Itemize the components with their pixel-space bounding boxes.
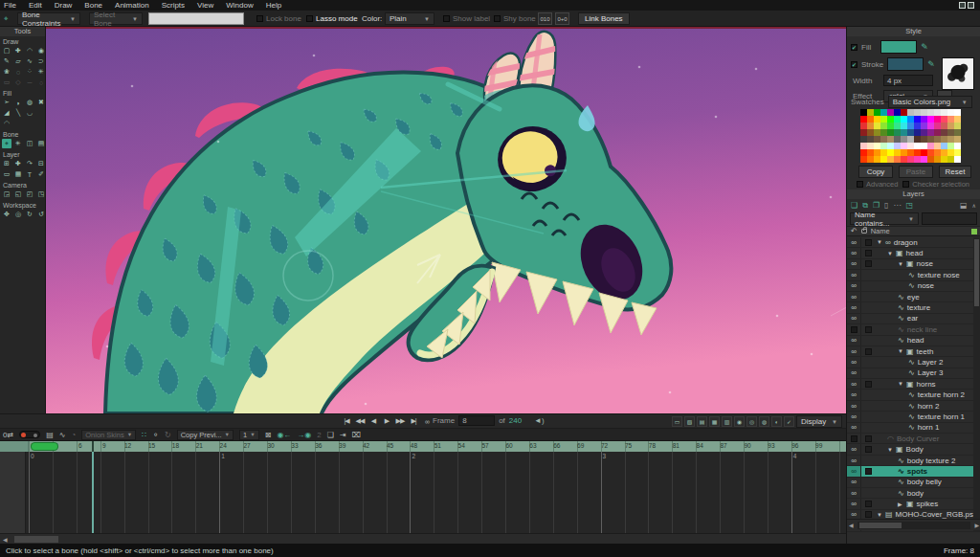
layer-option-box[interactable]	[861, 456, 875, 465]
draw-tool-icon[interactable]: ⊃	[36, 56, 46, 66]
palette-swatch[interactable]	[954, 123, 961, 129]
palette-swatch[interactable]	[874, 156, 880, 163]
palette-swatch[interactable]	[867, 109, 874, 116]
layer-row-head[interactable]: ∞▼▣head	[847, 248, 974, 258]
palette-swatch[interactable]	[927, 143, 934, 149]
copy-previous-dropdown[interactable]: Copy Previ...▼	[177, 430, 234, 440]
palette-swatch[interactable]	[894, 116, 901, 123]
palette-swatch[interactable]	[867, 143, 874, 149]
brush-preview[interactable]	[942, 57, 974, 90]
layer-tool-icon[interactable]: ✐	[36, 169, 46, 179]
link-bones-button[interactable]: Link Bones	[578, 12, 630, 25]
palette-swatch[interactable]	[947, 143, 954, 149]
palette-swatch[interactable]	[894, 136, 901, 143]
wrap-mode-icon[interactable]: ◔	[71, 431, 76, 439]
timeline-horizontal-scrollbar[interactable]: ◀	[0, 533, 846, 544]
draw-tool-icon[interactable]: ❀	[2, 67, 11, 77]
next-keyframe-button[interactable]: ▶|	[408, 415, 419, 427]
palette-swatch[interactable]	[927, 123, 934, 129]
reference-layer-icon[interactable]: ◳	[905, 201, 913, 210]
palette-swatch[interactable]	[901, 143, 907, 149]
fill-checkbox[interactable]: ✔	[851, 44, 858, 51]
layer-row-body-curver[interactable]: ◠Body Curver	[847, 434, 974, 444]
flip-bone-h-icon[interactable]: 010	[538, 12, 552, 25]
palette-swatch[interactable]	[874, 116, 880, 123]
layer-row-texture-horn-1[interactable]: ∞∿texture horn 1	[847, 412, 974, 422]
palette-swatch[interactable]	[887, 109, 894, 116]
layer-row-texture-horn-2[interactable]: ∞∿texture horn 2	[847, 390, 974, 400]
palette-swatch[interactable]	[947, 123, 954, 129]
palette-swatch[interactable]	[907, 136, 914, 143]
prev-key-nav-icon[interactable]: ◉←	[277, 431, 291, 439]
layer-row-nose[interactable]: ∞∿nose	[847, 281, 974, 292]
layer-tool-icon[interactable]: ⊞	[2, 159, 11, 168]
draw-tool-icon[interactable]: ∿	[25, 56, 34, 66]
fill-tool-icon[interactable]: ➣	[2, 98, 11, 107]
layer-option-box[interactable]	[861, 423, 875, 433]
layer-row-body[interactable]: ∞▼▣Body	[847, 444, 974, 455]
palette-swatch[interactable]	[927, 109, 934, 116]
palette-swatch[interactable]	[927, 156, 934, 163]
bone-tool-icon[interactable]: ✳	[13, 139, 23, 148]
layer-row-horn-1[interactable]: ∞∿horn 1	[847, 423, 974, 434]
playhead-handle[interactable]	[92, 441, 94, 452]
palette-swatch[interactable]	[867, 116, 874, 123]
paste-style-button[interactable]: Paste	[899, 166, 933, 178]
display-mode-icon[interactable]: ◉	[734, 416, 745, 427]
palette-swatch[interactable]	[927, 149, 934, 156]
copy-style-button[interactable]: Copy	[858, 166, 893, 178]
workspace-tool-icon[interactable]: ◎	[13, 210, 23, 219]
camera-tool-icon[interactable]: ◲	[2, 189, 11, 199]
layer-tool-icon[interactable]: ▦	[13, 169, 23, 179]
palette-swatch[interactable]	[947, 136, 954, 143]
shy-bone-checkbox[interactable]: Shy bone	[494, 12, 536, 25]
visibility-icon[interactable]: ∞	[847, 357, 861, 367]
visibility-icon[interactable]: ∞	[847, 281, 861, 291]
fill-tool-icon[interactable]: ◢	[2, 108, 11, 118]
loop-button[interactable]: ∞	[421, 415, 433, 427]
palette-swatch[interactable]	[927, 136, 934, 143]
duplicate-layer-icon[interactable]: ⧉	[862, 201, 868, 211]
palette-swatch[interactable]	[934, 136, 941, 143]
draw-tool-icon[interactable]: ◉	[36, 46, 46, 56]
palette-swatch[interactable]	[860, 149, 867, 156]
visibility-icon[interactable]: ∞	[847, 401, 861, 411]
palette-swatch[interactable]	[921, 129, 927, 136]
bone-color-dropdown[interactable]: Plain▼	[385, 12, 434, 25]
visibility-icon[interactable]: ∞	[847, 379, 861, 389]
palette-swatch[interactable]	[880, 143, 887, 149]
palette-swatch[interactable]	[867, 123, 874, 129]
current-frame-input[interactable]: 8	[458, 415, 495, 426]
layer-option-box[interactable]	[861, 259, 875, 269]
visibility-icon[interactable]: ∞	[847, 259, 861, 269]
palette-swatch[interactable]	[867, 136, 874, 143]
show-label-checkbox[interactable]: Show label	[443, 12, 490, 25]
visibility-icon[interactable]: ∞	[847, 346, 861, 356]
expand-arrow-icon[interactable]: ▼	[877, 239, 882, 245]
swatches-dropdown[interactable]: Basic Colors.png▼	[888, 96, 972, 108]
resort-icon[interactable]: ↻	[165, 431, 171, 439]
palette-swatch[interactable]	[901, 123, 907, 129]
layer-tool-icon[interactable]: ↷	[25, 159, 34, 168]
palette-swatch[interactable]	[907, 116, 914, 123]
display-mode-icon[interactable]: ▥	[722, 416, 732, 427]
advanced-checkbox[interactable]: Advanced	[857, 180, 898, 189]
visibility-icon[interactable]: ∞	[847, 336, 861, 345]
palette-swatch[interactable]	[914, 129, 921, 136]
layer-option-box[interactable]	[861, 292, 875, 301]
timeline-tracks[interactable]: 01234	[0, 452, 846, 533]
display-mode-icon[interactable]: ✓	[784, 416, 794, 427]
layer-row-neck-line[interactable]: ∿neck line	[847, 324, 974, 335]
layer-option-box[interactable]	[861, 368, 875, 378]
layer-comps-icon[interactable]: ⬓	[960, 201, 968, 210]
bone-tool-icon[interactable]: ▤	[36, 139, 46, 148]
menu-view[interactable]: View	[197, 1, 213, 10]
palette-swatch[interactable]	[860, 143, 867, 149]
clear-key-icon[interactable]: ⊠	[265, 431, 272, 439]
layer-option-box[interactable]	[861, 270, 875, 279]
layer-option-box[interactable]	[861, 281, 875, 291]
visibility-icon[interactable]: ∞	[847, 237, 861, 247]
jump-start-button[interactable]: |◀	[341, 415, 352, 427]
palette-swatch[interactable]	[860, 136, 867, 143]
palette-swatch[interactable]	[941, 109, 947, 116]
